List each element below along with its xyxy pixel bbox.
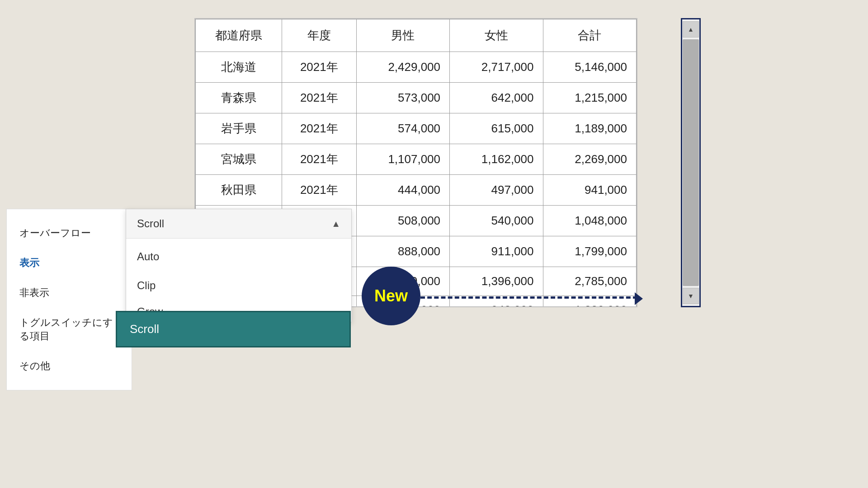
new-badge-text: New xyxy=(374,286,408,305)
table-cell-3-2: 1,107,000 xyxy=(356,144,449,175)
table-cell-2-0: 岩手県 xyxy=(196,113,282,144)
selected-option-scroll[interactable]: Scroll xyxy=(116,311,351,347)
col-header-year: 年度 xyxy=(282,19,357,52)
table-row: 宮城県2021年1,107,0001,162,0002,269,000 xyxy=(196,144,637,175)
table-cell-7-3: 1,396,000 xyxy=(450,267,543,296)
table-cell-2-3: 615,000 xyxy=(450,113,543,144)
table-cell-4-1: 2021年 xyxy=(282,175,357,206)
table-cell-4-3: 497,000 xyxy=(450,175,543,206)
table-cell-3-1: 2021年 xyxy=(282,144,357,175)
new-badge-bubble: New xyxy=(362,267,420,325)
panel-item-hide[interactable]: 非表示 xyxy=(7,278,132,308)
col-header-male: 男性 xyxy=(356,19,449,52)
scroll-up-button[interactable]: ▲ xyxy=(683,21,699,38)
table-cell-5-2: 508,000 xyxy=(356,206,449,236)
table-cell-7-4: 2,785,000 xyxy=(543,267,637,296)
table-cell-4-4: 941,000 xyxy=(543,175,637,206)
table-cell-6-2: 888,000 xyxy=(356,236,449,267)
col-header-total: 合計 xyxy=(543,19,637,52)
panel-item-toggle[interactable]: トグルスイッチにする項目 xyxy=(7,308,132,351)
dropdown-current-value: Scroll xyxy=(137,217,164,230)
table-cell-2-1: 2021年 xyxy=(282,113,357,144)
table-cell-5-3: 540,000 xyxy=(450,206,543,236)
panel-item-other[interactable]: その他 xyxy=(7,351,132,381)
table-row: 岩手県2021年574,000615,0001,189,000 xyxy=(196,113,637,144)
dropdown-header[interactable]: Scroll ▲ xyxy=(126,209,351,239)
table-cell-4-2: 444,000 xyxy=(356,175,449,206)
table-cell-5-4: 1,048,000 xyxy=(543,206,637,236)
table-cell-2-4: 1,189,000 xyxy=(543,113,637,144)
table-cell-1-2: 573,000 xyxy=(356,83,449,113)
table-cell-1-4: 1,215,000 xyxy=(543,83,637,113)
table-cell-0-3: 2,717,000 xyxy=(450,52,543,83)
table-cell-1-3: 642,000 xyxy=(450,83,543,113)
selected-option-label: Scroll xyxy=(130,322,159,336)
table-cell-0-1: 2021年 xyxy=(282,52,357,83)
col-header-prefecture: 都道府県 xyxy=(196,19,282,52)
left-panel: オーバーフロー 表示 非表示 トグルスイッチにする項目 その他 xyxy=(6,209,132,390)
table-row: 北海道2021年2,429,0002,717,0005,146,000 xyxy=(196,52,637,83)
table-scrollbar[interactable]: ▲ ▼ xyxy=(681,18,701,307)
table-cell-6-3: 911,000 xyxy=(450,236,543,267)
annotation-arrow xyxy=(420,296,637,299)
table-row: 秋田県2021年444,000497,000941,000 xyxy=(196,175,637,206)
table-cell-2-2: 574,000 xyxy=(356,113,449,144)
scroll-down-button[interactable]: ▼ xyxy=(683,288,699,304)
table-cell-1-1: 2021年 xyxy=(282,83,357,113)
table-cell-6-4: 1,799,000 xyxy=(543,236,637,267)
overflow-dropdown[interactable]: Scroll ▲ Auto Clip Grow xyxy=(126,209,352,322)
table-cell-4-0: 秋田県 xyxy=(196,175,282,206)
table-cell-3-0: 宮城県 xyxy=(196,144,282,175)
col-header-female: 女性 xyxy=(450,19,543,52)
dropdown-option-auto[interactable]: Auto xyxy=(126,242,351,271)
dropdown-option-clip[interactable]: Clip xyxy=(126,271,351,300)
table-cell-0-4: 5,146,000 xyxy=(543,52,637,83)
table-cell-0-0: 北海道 xyxy=(196,52,282,83)
dropdown-options-list: Auto Clip Grow xyxy=(126,239,351,322)
table-cell-3-4: 2,269,000 xyxy=(543,144,637,175)
table-cell-3-3: 1,162,000 xyxy=(450,144,543,175)
chevron-up-icon: ▲ xyxy=(331,219,340,229)
panel-item-overflow[interactable]: オーバーフロー xyxy=(7,218,132,248)
table-cell-0-2: 2,429,000 xyxy=(356,52,449,83)
panel-item-show[interactable]: 表示 xyxy=(7,248,132,278)
table-cell-1-0: 青森県 xyxy=(196,83,282,113)
scroll-thumb[interactable] xyxy=(683,39,699,286)
table-row: 青森県2021年573,000642,0001,215,000 xyxy=(196,83,637,113)
